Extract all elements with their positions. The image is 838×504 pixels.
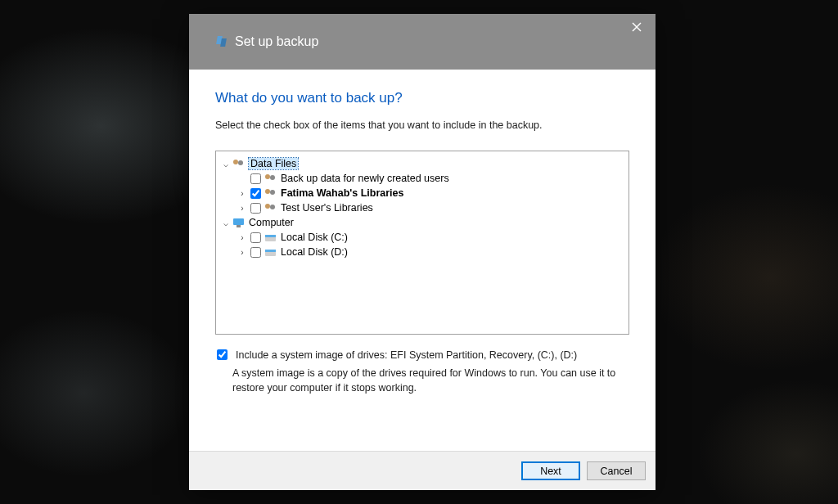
users-icon: [264, 202, 277, 214]
tree-node-new-users[interactable]: › Back up data for newly created users: [219, 171, 625, 186]
tree-node-data-files[interactable]: ⌵ Data Files: [219, 156, 625, 171]
chevron-down-icon[interactable]: ⌵: [221, 160, 231, 169]
tree-label-fatima[interactable]: Fatima Wahab's Libraries: [281, 187, 403, 199]
tree-label-disk-d[interactable]: Local Disk (D:): [281, 246, 348, 258]
dialog-content: What do you want to back up? Select the …: [189, 70, 656, 451]
checkbox-test-user-libraries[interactable]: [250, 203, 261, 214]
disk-icon: [264, 246, 277, 258]
tree-node-computer[interactable]: ⌵ Computer: [219, 215, 625, 230]
dialog-title: Set up backup: [235, 34, 318, 49]
backup-tree[interactable]: ⌵ Data Files › Back up data for newly cr…: [215, 151, 629, 335]
next-button[interactable]: Next: [521, 461, 580, 480]
system-image-row: Include a system image of drives: EFI Sy…: [215, 349, 629, 361]
checkbox-local-disk-d[interactable]: [250, 247, 261, 258]
tree-node-disk-d[interactable]: › Local Disk (D:): [219, 245, 625, 259]
checkbox-fatima-libraries[interactable]: [250, 188, 261, 199]
chevron-right-icon[interactable]: ›: [237, 189, 247, 198]
checkbox-local-disk-c[interactable]: [250, 232, 261, 243]
setup-backup-dialog: Set up backup What do you want to back u…: [189, 14, 656, 490]
tree-label-new-users[interactable]: Back up data for newly created users: [281, 173, 449, 184]
cancel-button[interactable]: Cancel: [587, 461, 646, 480]
close-button[interactable]: [618, 14, 656, 40]
chevron-right-icon[interactable]: ›: [237, 248, 247, 257]
disk-icon: [264, 232, 277, 243]
page-heading: What do you want to back up?: [215, 90, 629, 106]
computer-icon: [232, 217, 246, 228]
tree-node-test-user[interactable]: › Test User's Libraries: [219, 200, 625, 215]
backup-icon: [215, 35, 228, 48]
checkbox-system-image[interactable]: [217, 349, 228, 360]
dialog-footer: Next Cancel: [189, 451, 656, 490]
chevron-right-icon[interactable]: ›: [237, 204, 247, 213]
chevron-right-icon[interactable]: ›: [237, 233, 247, 242]
tree-label-disk-c[interactable]: Local Disk (C:): [281, 232, 348, 243]
tree-node-disk-c[interactable]: › Local Disk (C:): [219, 230, 625, 245]
tree-node-fatima[interactable]: › Fatima Wahab's Libraries: [219, 186, 625, 200]
tree-label-data-files[interactable]: Data Files: [249, 158, 298, 169]
tree-label-test-user[interactable]: Test User's Libraries: [281, 202, 373, 214]
page-subtext: Select the check box of the items that y…: [215, 119, 629, 131]
users-icon: [264, 187, 277, 199]
titlebar: Set up backup: [189, 14, 656, 70]
system-image-help: A system image is a copy of the drives r…: [232, 366, 629, 395]
users-icon: [264, 173, 277, 184]
close-icon: [632, 22, 642, 32]
chevron-down-icon[interactable]: ⌵: [221, 218, 231, 227]
checkbox-new-users[interactable]: [250, 173, 261, 184]
tree-label-computer[interactable]: Computer: [249, 217, 294, 228]
system-image-label[interactable]: Include a system image of drives: EFI Sy…: [236, 349, 577, 361]
users-icon: [232, 158, 246, 169]
